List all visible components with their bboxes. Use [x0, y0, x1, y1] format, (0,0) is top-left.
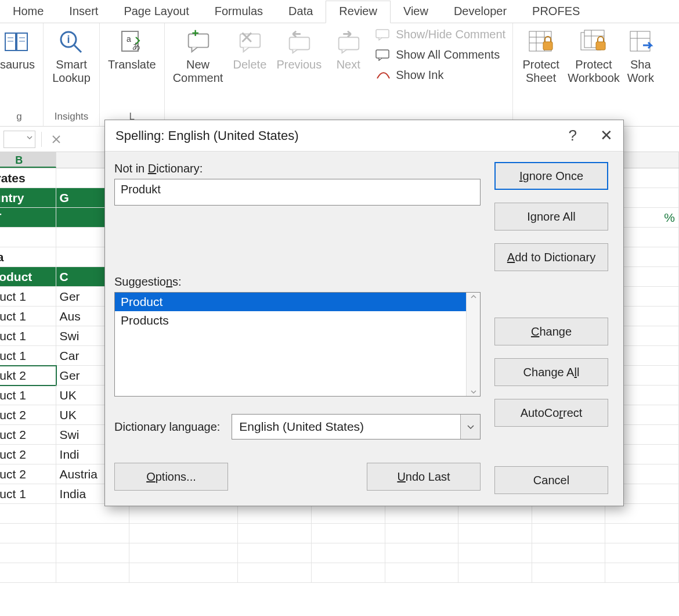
cell[interactable]: [532, 563, 606, 583]
dialog-titlebar[interactable]: Spelling: English (United States) ? ✕: [105, 120, 623, 152]
cell[interactable]: [129, 563, 238, 583]
cell[interactable]: [56, 563, 130, 583]
cell[interactable]: [385, 543, 459, 563]
cell[interactable]: [605, 504, 679, 524]
cell[interactable]: [0, 543, 56, 563]
cell[interactable]: ata: [0, 247, 56, 267]
table-row[interactable]: [0, 543, 679, 563]
show-hide-comment-button[interactable]: Show/Hide Comment: [375, 28, 505, 41]
cell[interactable]: [458, 543, 532, 563]
cell[interactable]: oduct 2: [0, 405, 56, 425]
cell[interactable]: [238, 504, 312, 524]
table-row[interactable]: [0, 563, 679, 583]
tab-formulas[interactable]: Formulas: [202, 1, 276, 23]
previous-comment-button[interactable]: Previous: [273, 26, 325, 71]
cell[interactable]: [605, 543, 679, 563]
smart-lookup-button[interactable]: i Smart Lookup: [48, 26, 95, 85]
ignore-all-button[interactable]: Ignore All: [494, 203, 608, 230]
cell[interactable]: [458, 524, 532, 543]
cell[interactable]: [238, 563, 312, 583]
cell[interactable]: [129, 504, 238, 524]
new-comment-button[interactable]: + New Comment: [169, 26, 227, 85]
suggestion-item[interactable]: Product: [115, 293, 466, 311]
cell[interactable]: oduct 1: [0, 484, 56, 504]
show-all-comments-button[interactable]: Show All Comments: [375, 48, 505, 62]
cell[interactable]: [312, 504, 385, 524]
cancel-formula-button[interactable]: [48, 131, 65, 148]
cell[interactable]: [605, 524, 679, 543]
tab-profes[interactable]: PROFES: [519, 1, 593, 23]
not-in-dictionary-input[interactable]: Produkt: [114, 179, 481, 206]
cell[interactable]: oduct 1: [0, 307, 56, 326]
tab-view[interactable]: View: [391, 1, 441, 23]
cell[interactable]: odukt 2: [0, 366, 56, 386]
cell[interactable]: oduct 1: [0, 326, 56, 346]
cell[interactable]: oduct 2: [0, 464, 56, 484]
cell[interactable]: oduct 1: [0, 386, 56, 405]
share-workbook-button[interactable]: Sha Work: [623, 26, 658, 85]
suggestions-scrollbar[interactable]: [466, 293, 480, 396]
delete-comment-button[interactable]: Delete: [226, 26, 273, 71]
cell[interactable]: [238, 543, 312, 563]
change-all-button[interactable]: Change All: [494, 358, 608, 386]
suggestions-list[interactable]: Product Products: [114, 292, 481, 397]
protect-workbook-button[interactable]: Protect Workbook: [564, 26, 623, 85]
cell[interactable]: [0, 504, 56, 524]
cell[interactable]: oduct 2: [0, 445, 56, 464]
cell[interactable]: oduct 2: [0, 425, 56, 445]
name-box[interactable]: [3, 131, 35, 148]
add-to-dictionary-button[interactable]: Add to Dictionary: [494, 243, 608, 271]
cell[interactable]: [312, 524, 385, 543]
cell[interactable]: [0, 524, 56, 543]
cell[interactable]: [312, 563, 385, 583]
tab-developer[interactable]: Developer: [441, 1, 519, 23]
cell[interactable]: [532, 543, 606, 563]
ignore-once-button[interactable]: Ignore Once: [494, 162, 608, 190]
cell[interactable]: AT: [0, 208, 56, 228]
cell[interactable]: [605, 563, 679, 583]
cancel-button[interactable]: Cancel: [494, 466, 608, 494]
cell[interactable]: [0, 563, 56, 583]
cell[interactable]: [56, 504, 130, 524]
suggestion-item[interactable]: Products: [115, 311, 466, 330]
cell[interactable]: [458, 504, 532, 524]
tab-data[interactable]: Data: [276, 1, 326, 23]
show-ink-button[interactable]: Show Ink: [375, 69, 505, 82]
table-row[interactable]: [0, 504, 679, 524]
cell[interactable]: [532, 504, 606, 524]
options-button[interactable]: Options...: [114, 463, 228, 491]
autocorrect-button[interactable]: AutoCorrect: [494, 399, 608, 427]
column-header-b[interactable]: B: [0, 152, 56, 168]
cell[interactable]: [0, 228, 56, 247]
cell[interactable]: [56, 543, 130, 563]
cell[interactable]: [532, 524, 606, 543]
tab-insert[interactable]: Insert: [56, 1, 111, 23]
cell[interactable]: x rates: [0, 168, 56, 188]
dialog-help-button[interactable]: ?: [569, 127, 577, 145]
cell[interactable]: [129, 524, 238, 543]
change-button[interactable]: Change: [494, 318, 608, 345]
tab-review[interactable]: Review: [326, 1, 391, 23]
cell[interactable]: ountry: [0, 188, 56, 208]
table-row[interactable]: [0, 524, 679, 543]
cell[interactable]: oduct 1: [0, 346, 56, 366]
cell[interactable]: Product: [0, 267, 56, 287]
dictionary-language-select[interactable]: English (United States): [232, 414, 481, 440]
cell[interactable]: [385, 563, 459, 583]
cell[interactable]: [238, 524, 312, 543]
protect-sheet-button[interactable]: Protect Sheet: [518, 26, 564, 85]
translate-button[interactable]: aあ Translate: [104, 26, 160, 71]
undo-last-button[interactable]: Undo Last: [367, 463, 481, 491]
next-comment-button[interactable]: Next: [325, 26, 371, 71]
tab-home[interactable]: Home: [0, 1, 56, 23]
cell[interactable]: oduct 1: [0, 287, 56, 307]
dialog-close-button[interactable]: ✕: [600, 127, 613, 145]
thesaurus-button[interactable]: saurus: [0, 26, 38, 71]
cell[interactable]: [385, 524, 459, 543]
cell[interactable]: [458, 563, 532, 583]
cell[interactable]: [129, 543, 238, 563]
tab-page-layout[interactable]: Page Layout: [111, 1, 201, 23]
cell[interactable]: [385, 504, 459, 524]
cell[interactable]: [56, 524, 130, 543]
cell[interactable]: [312, 543, 385, 563]
